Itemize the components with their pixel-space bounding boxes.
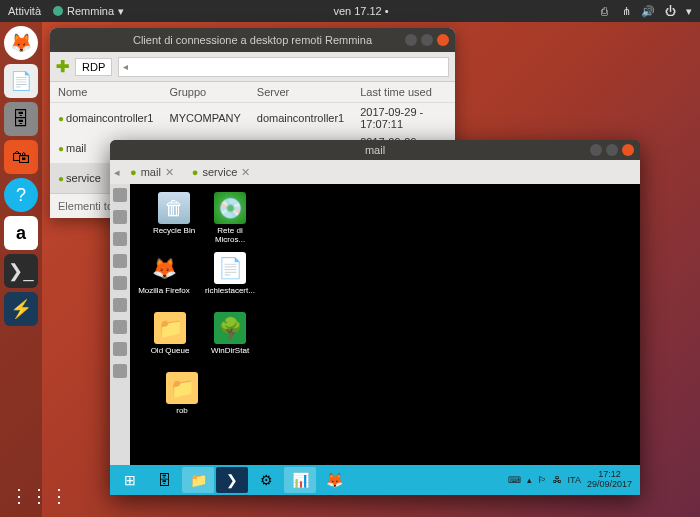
sidebar-tool[interactable]: [113, 210, 127, 224]
firefox-launcher[interactable]: 🦊: [4, 26, 38, 60]
col-name[interactable]: Nome: [50, 82, 161, 103]
system-menu-arrow[interactable]: ▾: [686, 5, 692, 18]
keyboard-icon[interactable]: ⌨: [508, 475, 521, 485]
system-tray[interactable]: ⌨ ▴ 🏳 🖧 ITA: [508, 475, 581, 485]
terminal-launcher[interactable]: ❯_: [4, 254, 38, 288]
firefox-taskbar-icon[interactable]: 🦊: [318, 467, 350, 493]
folder-oldqueue-icon[interactable]: 📁 Old Queue: [144, 312, 196, 355]
taskmgr-taskbar-icon[interactable]: 📊: [284, 467, 316, 493]
activities-button[interactable]: Attività: [8, 5, 41, 17]
close-button[interactable]: [622, 144, 634, 156]
sidebar-tool[interactable]: [113, 342, 127, 356]
sidebar-tool[interactable]: [113, 232, 127, 246]
tab-close-icon[interactable]: ✕: [241, 166, 250, 179]
rdp-icon: ●: [192, 166, 199, 178]
app-menu[interactable]: Remmina ▾: [53, 5, 124, 18]
folder-rob-icon[interactable]: 📁 rob: [156, 372, 208, 415]
network-icon[interactable]: ⋔: [620, 5, 632, 17]
power-icon[interactable]: ⏻: [664, 5, 676, 17]
help-launcher[interactable]: ?: [4, 178, 38, 212]
minimize-button[interactable]: [590, 144, 602, 156]
amazon-launcher[interactable]: a: [4, 216, 38, 250]
cert-file-icon[interactable]: 📄 richiestacert...: [204, 252, 256, 295]
taskbar-clock[interactable]: 17:12 29/09/2017: [583, 470, 636, 490]
volume-icon[interactable]: 🔊: [642, 5, 654, 17]
col-group[interactable]: Gruppo: [161, 82, 248, 103]
tab-service[interactable]: ● service ✕: [184, 164, 259, 181]
maximize-button[interactable]: [421, 34, 433, 46]
rdp-icon: ●: [58, 143, 64, 154]
session-titlebar[interactable]: mail: [110, 140, 640, 160]
dock: 🦊 📄 🗄 🛍 ? a ❯_ ⚡ ⋮⋮⋮: [0, 22, 42, 517]
col-lasttime[interactable]: Last time used: [352, 82, 455, 103]
windirstat-icon[interactable]: 🌳 WinDirStat: [204, 312, 256, 355]
start-button[interactable]: ⊞: [114, 467, 146, 493]
show-apps-button[interactable]: ⋮⋮⋮: [10, 485, 70, 507]
col-server[interactable]: Server: [249, 82, 352, 103]
session-sidebar: [110, 184, 130, 465]
sidebar-tool[interactable]: [113, 320, 127, 334]
windows-taskbar: ⊞ 🗄 📁 ❯ ⚙ 📊 🦊 ⌨ ▴ 🏳 🖧 ITA 17:12 29/09/20…: [110, 465, 640, 495]
minimize-button[interactable]: [405, 34, 417, 46]
gnome-topbar: Attività Remmina ▾ ven 17.12 • ⎙ ⋔ 🔊 ⏻ ▾: [0, 0, 700, 22]
language-indicator[interactable]: ITA: [568, 475, 581, 485]
maximize-button[interactable]: [606, 144, 618, 156]
network-tray-icon[interactable]: 🖧: [553, 475, 562, 485]
table-row[interactable]: ●domaincontroller1 MYCOMPANY domaincontr…: [50, 103, 455, 134]
explorer-taskbar-icon[interactable]: 📁: [182, 467, 214, 493]
tab-mail[interactable]: ● mail ✕: [122, 164, 182, 181]
sidebar-tool[interactable]: [113, 298, 127, 312]
protocol-selector[interactable]: RDP: [75, 58, 112, 76]
sidebar-tool[interactable]: [113, 276, 127, 290]
rdp-icon: ●: [58, 113, 64, 124]
firefox-icon[interactable]: 🦊 Mozilla Firefox: [138, 252, 190, 295]
tab-close-icon[interactable]: ✕: [165, 166, 174, 179]
screenshot-icon[interactable]: ⎙: [598, 5, 610, 17]
files-launcher[interactable]: 🗄: [4, 102, 38, 136]
rdp-icon: ●: [58, 173, 64, 184]
clock[interactable]: ven 17.12 •: [124, 5, 598, 17]
recycle-bin-icon[interactable]: 🗑 Recycle Bin: [148, 192, 200, 235]
remmina-titlebar[interactable]: Client di connessione a desktop remoti R…: [50, 28, 455, 52]
libreoffice-launcher[interactable]: 📄: [4, 64, 38, 98]
powershell-taskbar-icon[interactable]: ❯: [216, 467, 248, 493]
rdp-icon: ●: [130, 166, 137, 178]
sidebar-tool[interactable]: [113, 188, 127, 202]
session-tabbar: ◂ ● mail ✕ ● service ✕: [110, 160, 640, 184]
sidebar-tool[interactable]: [113, 254, 127, 268]
services-taskbar-icon[interactable]: ⚙: [250, 467, 282, 493]
new-connection-button[interactable]: ✚: [56, 57, 69, 76]
flag-icon[interactable]: 🏳: [538, 475, 547, 485]
remmina-launcher[interactable]: ⚡: [4, 292, 38, 326]
quick-connect-input[interactable]: ◂: [118, 57, 449, 77]
server-manager-icon[interactable]: 🗄: [148, 467, 180, 493]
remote-desktop[interactable]: 🗑 Recycle Bin 💿 Rete di Micros... 🦊 Mozi…: [130, 184, 640, 465]
nav-back-icon[interactable]: ◂: [114, 166, 120, 179]
remmina-toolbar: ✚ RDP ◂: [50, 52, 455, 82]
close-button[interactable]: [437, 34, 449, 46]
software-launcher[interactable]: 🛍: [4, 140, 38, 174]
rdp-session-window: mail ◂ ● mail ✕ ● service ✕: [110, 140, 640, 495]
tray-arrow-icon[interactable]: ▴: [527, 475, 532, 485]
network-icon[interactable]: 💿 Rete di Micros...: [204, 192, 256, 244]
sidebar-tool[interactable]: [113, 364, 127, 378]
remmina-icon: [53, 6, 63, 16]
